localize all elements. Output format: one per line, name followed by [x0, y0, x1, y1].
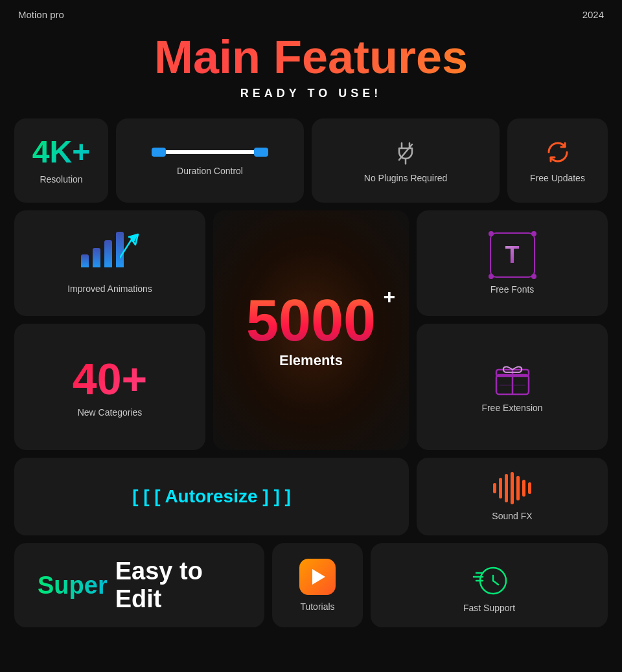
- card-autoresize: [ [ [ Autoresize ] ] ]: [14, 458, 409, 535]
- resolution-value: 4K+: [32, 137, 90, 168]
- t-box-icon: T: [490, 232, 535, 278]
- card-duration: Duration Control: [116, 118, 304, 203]
- card-resolution: 4K+ Resolution: [14, 118, 108, 203]
- hero-subtitle: READY TO USE!: [0, 87, 622, 100]
- refresh-icon: [544, 138, 572, 166]
- trend-arrow-icon: [120, 233, 139, 259]
- resolution-label: Resolution: [40, 174, 82, 185]
- corner-dot-tr: [531, 231, 536, 236]
- plug-icon: [391, 138, 420, 166]
- left-col: Improved Animations 40+ New Categories: [14, 210, 205, 450]
- noplugins-label: No Plugins Required: [364, 173, 447, 183]
- wave-bar-1: [493, 483, 496, 493]
- slider-thumb-right[interactable]: [254, 148, 268, 157]
- freeupdates-label: Free Updates: [530, 173, 585, 183]
- corner-dot-tl: [489, 231, 494, 236]
- year-label: 2024: [582, 9, 604, 20]
- card-extension: Free Extension: [417, 324, 608, 450]
- fast-support-icon: [470, 557, 509, 596]
- card-soundfx: Sound FX: [417, 458, 608, 535]
- play-triangle-icon: [312, 569, 325, 585]
- easy-rest: Easy to Edit: [115, 557, 254, 613]
- box-icon: [493, 361, 532, 396]
- brand-name: Motion pro: [18, 9, 64, 20]
- wave-bar-5: [516, 476, 520, 500]
- duration-label: Duration Control: [177, 166, 243, 176]
- easy-super: Super: [38, 572, 108, 599]
- play-button-icon[interactable]: [299, 559, 336, 595]
- card-categories: 40+ New Categories: [14, 324, 205, 450]
- wave-bar-4: [511, 472, 514, 504]
- row-1: 4K+ Resolution Duration Control No Plugi…: [14, 118, 608, 203]
- row-middle: Improved Animations 40+ New Categories 5…: [14, 210, 608, 450]
- elements-label: Elements: [279, 352, 343, 369]
- elements-value: 5000: [246, 291, 376, 350]
- card-elements: 5000 + Elements: [213, 210, 409, 450]
- wave-bar-2: [499, 478, 502, 498]
- card-fonts: T Free Fonts: [417, 210, 608, 316]
- app-container: Motion pro 2024 Main Features READY TO U…: [0, 0, 622, 639]
- card-freeupdates: Free Updates: [507, 118, 608, 203]
- corner-dot-br: [531, 274, 536, 279]
- sound-waves-icon: [493, 472, 531, 504]
- categories-label: New Categories: [78, 407, 143, 418]
- fonts-label: Free Fonts: [490, 284, 535, 295]
- right-col: T Free Fonts Free: [417, 210, 608, 450]
- animations-label: Improved Animations: [67, 284, 152, 294]
- corner-dot-bl: [489, 274, 494, 279]
- fastsupport-label: Fast Support: [463, 603, 515, 613]
- card-tutorials: Tutorials: [272, 543, 363, 627]
- card-easy: Super Easy to Edit: [14, 543, 264, 627]
- autoresize-text: [ [ [ Autoresize ] ] ]: [132, 486, 291, 507]
- font-t-letter: T: [505, 241, 520, 269]
- features-grid: 4K+ Resolution Duration Control No Plugi…: [0, 107, 622, 639]
- card-fastsupport: Fast Support: [371, 543, 608, 627]
- row-4: [ [ [ Autoresize ] ] ] Sound FX: [14, 458, 608, 535]
- card-noplugins: No Plugins Required: [312, 118, 500, 203]
- slider-thumb-left[interactable]: [152, 148, 166, 157]
- hero-section: Main Features READY TO USE!: [0, 20, 622, 107]
- categories-value: 40+: [73, 357, 147, 401]
- svg-line-8: [493, 581, 498, 585]
- card-animations: Improved Animations: [14, 210, 205, 316]
- elements-plus: +: [383, 285, 395, 309]
- row-5: Super Easy to Edit Tutorials: [14, 543, 608, 627]
- soundfx-label: Sound FX: [492, 511, 532, 521]
- wave-bar-6: [522, 480, 525, 497]
- extension-label: Free Extension: [481, 403, 542, 413]
- duration-slider[interactable]: [152, 150, 268, 154]
- wave-bar-3: [505, 474, 508, 502]
- tutorials-label: Tutorials: [300, 601, 334, 612]
- header: Motion pro 2024: [0, 0, 622, 20]
- hero-title: Main Features: [0, 32, 622, 83]
- wave-bar-7: [528, 482, 531, 494]
